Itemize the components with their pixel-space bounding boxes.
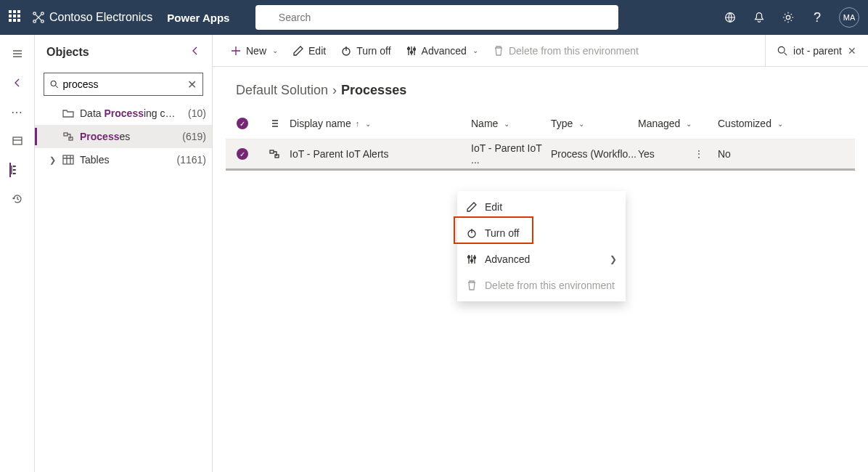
breadcrumb-root[interactable]: Default Solution [236, 83, 328, 98]
clear-filter-button[interactable]: ✕ [848, 45, 856, 57]
svg-point-8 [12, 166, 15, 168]
chevron-down-icon: ⌄ [272, 46, 278, 54]
svg-point-11 [51, 81, 56, 86]
ctx-delete: Delete from this environment [457, 272, 626, 298]
rail-history[interactable] [10, 192, 25, 206]
chevron-right-icon[interactable]: ❯ [48, 155, 57, 165]
app-name: Power Apps [167, 12, 229, 24]
ctx-turnoff[interactable]: Turn off [457, 220, 626, 246]
tree-item-processes[interactable]: Processes (619) [35, 125, 212, 148]
sliders-icon [466, 253, 478, 265]
row-checkbox[interactable]: ✓ [237, 148, 248, 160]
tree-label: Data Processing con... [80, 107, 179, 119]
grid-header: ✓ Display name ↑ ⌄ Name ⌄ Type ⌄ Managed… [226, 108, 855, 139]
help-icon[interactable]: ? [810, 10, 824, 25]
folder-icon [62, 107, 74, 119]
svg-point-16 [407, 47, 409, 49]
environment-icon[interactable] [723, 10, 737, 25]
clear-search-button[interactable]: ✕ [187, 78, 197, 91]
search-icon [50, 79, 58, 89]
cell-name: IoT - Parent IoT ... [471, 142, 551, 166]
tree-item-tables[interactable]: ❯ Tables (1161) [35, 148, 212, 171]
delete-button: Delete from this environment [487, 39, 644, 62]
ctx-edit[interactable]: Edit [457, 194, 626, 220]
waffle-icon[interactable] [9, 10, 23, 25]
list-icon[interactable] [269, 118, 279, 129]
svg-point-2 [33, 20, 36, 23]
global-search[interactable] [255, 5, 618, 30]
search-icon [777, 46, 787, 56]
avatar[interactable]: MA [839, 7, 859, 28]
svg-point-24 [471, 260, 473, 262]
rail-tables[interactable] [10, 134, 25, 148]
power-icon [466, 227, 478, 239]
svg-point-9 [12, 169, 15, 171]
flow-icon [62, 131, 74, 142]
table-row[interactable]: ✓ IoT - Parent IoT Alerts ⋮ IoT - Parent… [226, 139, 855, 171]
edit-icon [466, 201, 478, 213]
top-bar: Contoso Electronics Power Apps ? MA [0, 0, 868, 35]
svg-point-0 [33, 12, 36, 15]
ctx-advanced[interactable]: Advanced ❯ [457, 246, 626, 272]
flow-icon [269, 149, 280, 159]
svg-rect-7 [13, 137, 22, 145]
settings-icon[interactable] [781, 10, 795, 25]
rail-menu[interactable] [10, 46, 25, 61]
sort-asc-icon: ↑ [356, 119, 360, 128]
panel-search[interactable]: ✕ [44, 73, 203, 96]
svg-point-19 [778, 46, 785, 53]
command-bar: New⌄ Edit Turn off Advanced⌄ Delete from… [213, 35, 868, 67]
svg-point-10 [12, 173, 15, 175]
org-logo[interactable]: Contoso Electronics [32, 11, 152, 24]
turnoff-button[interactable]: Turn off [335, 39, 396, 62]
col-type[interactable]: Type ⌄ [551, 118, 638, 129]
svg-point-4 [264, 14, 270, 20]
chevron-down-icon: ⌄ [472, 46, 478, 54]
svg-point-23 [468, 256, 470, 259]
cell-customized: No [718, 148, 798, 160]
svg-rect-14 [63, 155, 73, 164]
rail-back[interactable] [10, 76, 25, 90]
tree-label: Processes [80, 131, 173, 142]
trash-icon [466, 280, 478, 291]
objects-panel: Objects ✕ Data Processing con... (10) Pr… [35, 35, 213, 472]
col-managed[interactable]: Managed ⌄ [638, 118, 718, 129]
table-icon [62, 154, 74, 166]
breadcrumb: Default Solution › Processes [213, 67, 868, 108]
breadcrumb-current: Processes [341, 83, 406, 98]
col-display-name[interactable]: Display name ↑ ⌄ [290, 118, 471, 129]
svg-rect-20 [270, 150, 274, 153]
select-all-checkbox[interactable]: ✓ [237, 118, 248, 129]
chevron-right-icon: ❯ [610, 254, 617, 264]
svg-point-1 [41, 12, 44, 15]
row-more-button[interactable]: ⋮ [690, 145, 708, 163]
col-name[interactable]: Name ⌄ [471, 118, 551, 129]
panel-search-input[interactable] [62, 78, 183, 90]
collapse-panel-button[interactable] [190, 46, 200, 59]
cell-display-name: IoT - Parent IoT Alerts [290, 148, 471, 160]
search-icon [263, 12, 272, 23]
cell-type: Process (Workflo... [551, 148, 638, 160]
new-button[interactable]: New⌄ [224, 39, 284, 62]
col-customized[interactable]: Customized ⌄ [718, 118, 798, 129]
svg-point-17 [410, 51, 412, 53]
advanced-button[interactable]: Advanced⌄ [400, 39, 484, 62]
svg-point-3 [41, 20, 44, 23]
tree-label: Tables [80, 154, 168, 166]
filter-pill[interactable]: iot - parent ✕ [777, 45, 856, 57]
org-name: Contoso Electronics [49, 11, 152, 24]
svg-point-6 [786, 15, 790, 19]
rail-objects[interactable] [9, 163, 24, 177]
tree-item-data-processing[interactable]: Data Processing con... (10) [35, 102, 212, 125]
process-grid: ✓ Display name ↑ ⌄ Name ⌄ Type ⌄ Managed… [213, 108, 868, 171]
global-search-input[interactable] [279, 12, 612, 23]
notifications-icon[interactable] [752, 10, 766, 25]
svg-point-18 [413, 48, 415, 50]
edit-button[interactable]: Edit [287, 39, 332, 62]
svg-rect-12 [64, 133, 67, 136]
context-menu: Edit Turn off Advanced ❯ Delete from thi… [457, 191, 626, 301]
svg-point-25 [474, 257, 476, 259]
panel-title: Objects [46, 46, 89, 59]
rail-more[interactable]: ⋯ [10, 105, 25, 119]
left-rail: ⋯ [0, 35, 35, 472]
